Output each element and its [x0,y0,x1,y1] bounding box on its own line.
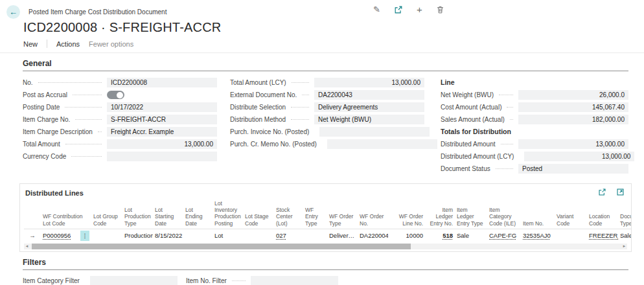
cell-document-type-ile[interactable]: Sales S... [618,229,632,242]
item-ledger-entry-no-link[interactable]: 518 [443,232,453,239]
col-wf-contribution-lot-code[interactable]: WF Contribution Lot Code [41,200,91,229]
cell-wf-order-type[interactable]: Delivery Ag... [327,229,358,242]
distributed-amount-lcy-field[interactable]: 13,000.00 [524,152,634,161]
document-status-field[interactable]: Posted [518,164,628,174]
col-variant-code[interactable]: Variant Code [555,200,587,229]
col-lot-ending-date[interactable]: Lot Ending Date [183,200,213,229]
horizontal-scrollbar[interactable]: ◄ ► [24,244,627,249]
field-item-charge-no: Item Charge No. S-FREIGHT-ACCR [23,115,217,124]
cell-location-code[interactable]: FREEZER_01 [587,229,618,242]
col-item-no[interactable]: Item No. [521,200,555,229]
filters-column-1: Item Category Filter [23,276,175,285]
scrollbar-thumb[interactable] [32,244,411,249]
col-stock-center-lot[interactable]: Stock Center (Lot) [274,200,303,229]
cell-lot-stage-code[interactable] [243,229,274,242]
col-item-ledger-entry-type[interactable]: Item Ledger Entry Type [455,200,487,229]
col-item-ledger-entry-no[interactable]: Item Ledger Entry No. [425,200,455,229]
cell-lot-starting-date[interactable]: 8/15/2022 [153,229,183,242]
delete-trash-icon[interactable] [436,5,444,14]
cell-item-ledger-entry-type[interactable]: Sale [455,229,487,242]
cell-lot-ending-date[interactable] [183,229,213,242]
item-no-filter-field[interactable] [251,276,338,285]
cell-wf-entry-type[interactable] [303,229,327,242]
col-document-type-ile[interactable]: Document Type (ILE) [618,200,632,229]
field-distributed-amount-lcy: Distributed Amount (LCY) 13,000.00 [441,152,628,161]
item-category-code-link[interactable]: CAPE-FG [489,232,516,239]
col-lot-stage-code[interactable]: Lot Stage Code [243,200,274,229]
wf-contribution-lot-code-link[interactable]: P0000956 [43,232,71,239]
external-document-no-field[interactable]: DA2200043 [314,90,424,100]
location-code-link[interactable]: FREEZER_01 [589,232,618,239]
field-cost-amount-actual: Cost Amount (Actual) 145,067.40 [441,102,628,112]
purch-invoice-no-field[interactable] [319,127,430,137]
scroll-left-icon[interactable]: ◄ [24,244,30,249]
field-distribute-selection: Distribute Selection Delivery Agreements [230,102,424,112]
field-post-as-accrual: Post as Accrual [23,90,217,100]
total-amount-field[interactable]: 13,000.00 [107,139,217,149]
item-charge-no-field[interactable]: S-FREIGHT-ACCR [107,115,217,124]
cell-lot-production-type[interactable]: Production [122,229,153,242]
col-lot-inventory-production-posting[interactable]: Lot Inventory Production Posting [213,200,243,229]
col-wf-order-type[interactable]: WF Order Type [327,200,358,229]
field-purch-cr-memo-no-posted: Purch. Cr. Memo No. (Posted) [230,139,424,149]
page-title: ICD2200008 · S-FREIGHT-ACCR [23,20,644,35]
cell-lot-group-code[interactable] [91,229,122,242]
col-location-code[interactable]: Location Code [587,200,618,229]
cell-item-no[interactable]: 32535AJ0 [521,229,555,242]
col-wf-order-no[interactable]: WF Order No. [358,200,388,229]
purch-cr-memo-no-field[interactable] [327,139,437,149]
field-currency-code: Currency Code [23,152,217,161]
col-wf-order-line-no[interactable]: WF Order Line No. [388,200,425,229]
item-no-link[interactable]: 32535AJ0 [523,232,551,239]
post-as-accrual-toggle[interactable] [107,91,124,99]
distribute-selection-field[interactable]: Delivery Agreements [314,102,424,112]
col-lot-production-type[interactable]: Lot Production Type [122,200,153,229]
filters-column-2: Item No. Filter [186,276,338,285]
row-actions-ellipsis-button[interactable]: ⋮ [80,231,89,241]
menu-actions[interactable]: Actions [56,40,80,48]
cell-wf-order-line-no[interactable]: 10000 [388,229,425,242]
back-button[interactable]: ← [6,5,20,19]
col-item-category-code-ile[interactable]: Item Category Code (ILE) [487,200,521,229]
menu-new[interactable]: New [23,40,38,48]
col-lot-group-code[interactable]: Lot Group Code [91,200,122,229]
field-purch-invoice-no-posted: Purch. Invoice No. (Posted) [230,127,424,137]
cost-amount-actual-field[interactable]: 145,067.40 [518,102,628,112]
totals-for-distribution-heading: Totals for Distribution [441,127,628,137]
cell-item-category-code-ile[interactable]: CAPE-FG [487,229,521,242]
stock-center-link[interactable]: 027 [276,232,286,239]
filters-section-heading[interactable]: Filters [23,252,628,270]
add-plus-icon[interactable]: + [417,5,422,14]
item-category-filter-field[interactable] [90,276,178,285]
edit-pencil-icon[interactable]: ✎ [373,5,380,14]
general-column-1: No. ICD2200008 Post as Accrual Posting D… [23,78,217,174]
cell-wf-order-no[interactable]: DA2200043 [358,229,388,242]
cell-item-ledger-entry-no[interactable]: 518 [425,229,455,242]
distributed-lines-heading: Distributed Lines [25,189,84,197]
cell-variant-code[interactable] [555,229,587,242]
cell-stock-center-lot[interactable]: 027 [274,229,303,242]
distributed-lines-table: WF Contribution Lot Code Lot Group Code … [24,200,632,242]
share-icon[interactable] [394,5,403,14]
col-lot-starting-date[interactable]: Lot Starting Date [153,200,183,229]
net-weight-bwu-field[interactable]: 26,000.0 [518,90,628,100]
field-posting-date: Posting Date 10/17/2022 [23,102,217,112]
expand-icon[interactable] [616,187,625,199]
col-wf-entry-type[interactable]: WF Entry Type [303,200,327,229]
cell-wf-contribution-lot-code[interactable]: P0000956 ⋮ [41,229,91,242]
item-charge-description-field[interactable]: Freight Accr. Example [107,127,217,137]
table-row[interactable]: → P0000956 ⋮ Production 8/15/2022 Lot 02… [24,229,632,242]
sales-amount-actual-field[interactable]: 182,000.00 [518,115,628,124]
distribution-method-field[interactable]: Net Weight (BWU) [314,115,424,124]
no-field[interactable]: ICD2200008 [107,78,217,87]
general-section-heading[interactable]: General [23,53,628,71]
menu-fewer-options[interactable]: Fewer options [89,40,133,48]
share-icon[interactable] [598,187,606,199]
posting-date-field[interactable]: 10/17/2022 [107,102,217,112]
cell-lot-inventory-production-posting[interactable]: Lot [213,229,243,242]
total-amount-lcy-field[interactable]: 13,000.00 [314,78,424,87]
distributed-amount-field[interactable]: 13,000.00 [518,139,628,149]
table-header-row: WF Contribution Lot Code Lot Group Code … [24,200,632,229]
currency-code-field[interactable] [107,152,217,161]
scroll-right-icon[interactable]: ► [621,244,627,249]
